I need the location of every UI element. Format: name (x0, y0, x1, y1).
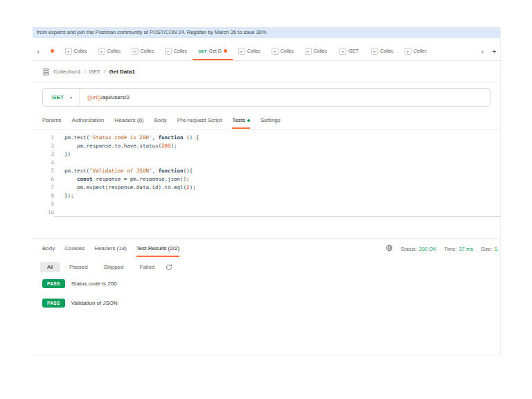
method-label: GET (52, 94, 64, 100)
response-meta-item[interactable]: Size: 1. (481, 246, 499, 252)
response-meta-item[interactable]: Status: 200 OK (400, 246, 436, 252)
request-tab[interactable]: Authorization (72, 113, 105, 129)
url-builder: GET ▾ {{url}}/api/users/2 (42, 88, 490, 107)
tab-title: Collec (380, 48, 393, 53)
request-method-icon: ▸ (132, 48, 139, 55)
code-line[interactable]: 6 const response = pm.response.json(); (33, 175, 500, 184)
line-number: 3 (33, 150, 54, 159)
response-meta: Status: 200 OK Time: 37 ms Size: 1. (386, 240, 499, 257)
filter-pill[interactable]: All (40, 262, 60, 272)
line-number: 1 (33, 134, 54, 142)
line-number: 8 (33, 192, 54, 200)
request-method-icon: ▸ (305, 48, 312, 55)
open-request-tab[interactable]: ▸ Collec (299, 43, 332, 60)
scroll-tabs-right-button[interactable]: › (477, 43, 488, 60)
refresh-icon[interactable] (166, 264, 172, 271)
code-line[interactable]: 1 pm.test('Status code is 200', function… (33, 134, 500, 142)
open-request-tab[interactable]: ▸ Collec (159, 43, 193, 60)
response-meta-item[interactable]: Time: 37 ms (444, 246, 473, 252)
postman-window: from experts and join the Postman commun… (33, 27, 501, 355)
code-line[interactable]: 7 pm.expect(response.data.id).to.eql(2); (33, 184, 500, 192)
request-section-tabs: Params Authorization Headers (6) Body Pr… (33, 113, 500, 130)
breadcrumb-separator: / (104, 69, 105, 75)
code-line[interactable]: 2 pm.response.to.have.status(200); (33, 142, 500, 150)
open-request-tab[interactable] (44, 43, 60, 60)
response-tab[interactable]: Test Results (2/2) (136, 240, 179, 257)
open-request-tab[interactable]: ▸ Collec (233, 43, 266, 60)
request-tab[interactable]: Settings (260, 113, 281, 129)
response-tab[interactable]: Body (42, 240, 55, 257)
code-text: pm.test("Validation of JSON", function()… (54, 167, 500, 175)
request-method-icon: ▸ (165, 48, 172, 55)
meta-value: 200 OK (419, 246, 436, 252)
open-request-tab[interactable]: ▸ Collec (60, 43, 93, 60)
announcement-banner[interactable]: from experts and join the Postman commun… (33, 27, 500, 38)
request-tab[interactable]: Body (154, 113, 167, 129)
tab-title: Collec (281, 48, 294, 53)
pass-badge: PASS (42, 299, 65, 308)
breadcrumb-collection[interactable]: Collection1 (53, 69, 81, 75)
meta-label: Status: (400, 246, 416, 252)
unsaved-changes-dot (51, 49, 54, 53)
request-method-icon: ▸ (65, 48, 72, 55)
request-method-icon: ▸ (98, 48, 105, 55)
code-text (54, 209, 500, 217)
breadcrumb-separator: / (85, 69, 86, 75)
code-line[interactable]: 9 (33, 200, 500, 209)
tab-method-label: GET (198, 49, 206, 53)
code-line[interactable]: 3 }) (33, 150, 500, 159)
pass-badge: PASS (42, 279, 65, 288)
code-line[interactable]: 10 (33, 209, 500, 217)
open-request-tab[interactable]: ▸ Collec (366, 43, 399, 60)
tab-title: Get D (209, 48, 222, 53)
open-request-tab[interactable]: ▸ Collec (266, 43, 299, 60)
request-tab[interactable]: Headers (6) (114, 113, 143, 129)
response-tabs: BodyCookiesHeaders (18)Test Results (2/2… (42, 240, 386, 257)
unsaved-changes-dot (224, 49, 227, 53)
open-request-tab[interactable]: ▸ Collec (93, 43, 126, 60)
code-text (54, 159, 500, 167)
open-request-tab[interactable]: ▸ Collec (399, 43, 432, 60)
response-tab[interactable]: Cookies (64, 240, 85, 257)
url-path: /api/users/2 (101, 94, 130, 100)
open-request-tab[interactable]: GET Get D (193, 43, 233, 60)
request-tab[interactable]: Params (42, 113, 62, 129)
filter-pill[interactable]: Skipped (97, 262, 131, 272)
line-number: 9 (33, 200, 54, 209)
line-number: 10 (33, 209, 54, 217)
request-method-icon: ▸ (371, 48, 378, 55)
code-text: pm.expect(response.data.id).to.eql(2); (54, 184, 500, 192)
tests-exist-dot (247, 119, 250, 122)
filter-pill[interactable]: Failed (133, 262, 162, 272)
response-tab[interactable]: Headers (18) (94, 240, 127, 257)
request-tab-label: Body (154, 117, 167, 123)
meta-value: 1. (495, 246, 499, 252)
code-line[interactable]: 4 (33, 159, 500, 167)
filter-pills: AllPassedSkippedFailed (40, 262, 161, 272)
new-tab-button[interactable]: + (488, 43, 500, 60)
code-line[interactable]: 8 }); (33, 192, 500, 200)
url-variable: {{url}} (87, 94, 101, 100)
method-dropdown[interactable]: GET ▾ (43, 89, 79, 106)
tab-title: Collec (74, 48, 87, 53)
announcement-text: from experts and join the Postman commun… (37, 29, 267, 35)
request-tab-label: Params (42, 117, 62, 123)
line-number: 2 (33, 142, 54, 150)
tests-code-editor[interactable]: 1 pm.test('Status code is 200', function… (33, 130, 500, 239)
code-text: pm.response.to.have.status(200); (54, 142, 500, 150)
filter-pill[interactable]: Passed (62, 262, 95, 272)
meta-label: Time: (444, 246, 456, 252)
breadcrumb-request-name: Get Data1 (109, 69, 135, 75)
breadcrumb-folder[interactable]: GET (89, 69, 100, 75)
request-tab[interactable]: Tests (232, 113, 250, 129)
tab-title: Collec (414, 48, 427, 53)
code-line[interactable]: 5 pm.test("Validation of JSON", function… (33, 167, 500, 175)
response-header: BodyCookiesHeaders (18)Test Results (2/2… (33, 240, 500, 257)
open-request-tab[interactable]: ▸ GET (332, 43, 366, 60)
url-input[interactable]: {{url}}/api/users/2 (79, 89, 490, 106)
scroll-tabs-left-button[interactable]: ‹ (33, 43, 44, 60)
request-tab-label: Settings (260, 117, 281, 123)
request-method-icon: ▸ (238, 48, 245, 55)
request-tab[interactable]: Pre-request Script (177, 113, 222, 129)
open-request-tab[interactable]: ▸ Collec (126, 43, 159, 60)
